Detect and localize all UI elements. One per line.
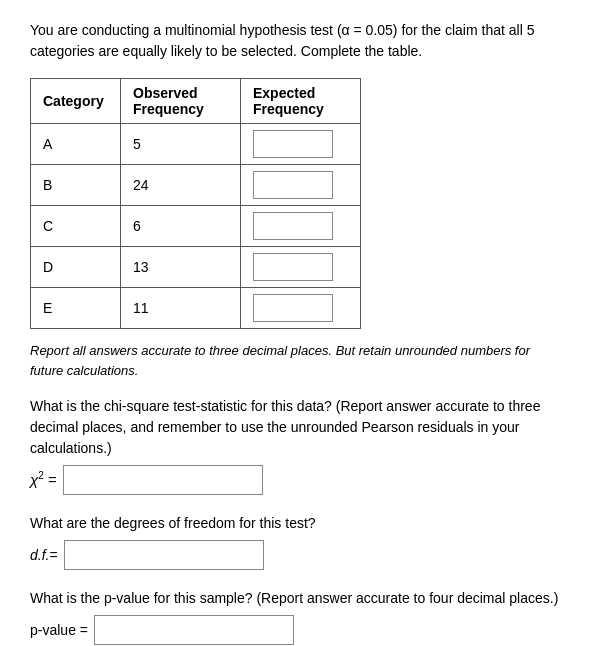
expected-input[interactable]	[253, 212, 333, 240]
chi-square-label: χ2 =	[30, 468, 57, 492]
df-question-text: What are the degrees of freedom for this…	[30, 513, 562, 534]
expected-input[interactable]	[253, 171, 333, 199]
chi-square-input[interactable]	[63, 465, 263, 495]
frequency-table: Category Observed Frequency Expected Fre…	[30, 78, 361, 329]
table-row: A5	[31, 124, 361, 165]
table-row: E11	[31, 288, 361, 329]
chi-square-question-text: What is the chi-square test-statistic fo…	[30, 396, 562, 459]
observed-cell: 13	[121, 247, 241, 288]
accuracy-note: Report all answers accurate to three dec…	[30, 341, 562, 380]
df-question: What are the degrees of freedom for this…	[30, 513, 562, 570]
expected-input[interactable]	[253, 294, 333, 322]
table-row: D13	[31, 247, 361, 288]
observed-cell: 24	[121, 165, 241, 206]
intro-text: You are conducting a multinomial hypothe…	[30, 20, 562, 62]
table-row: B24	[31, 165, 361, 206]
df-label: d.f.=	[30, 545, 58, 566]
category-cell: D	[31, 247, 121, 288]
pvalue-label: p-value =	[30, 620, 88, 641]
observed-cell: 11	[121, 288, 241, 329]
category-cell: C	[31, 206, 121, 247]
table-row: C6	[31, 206, 361, 247]
expected-cell[interactable]	[241, 165, 361, 206]
category-cell: E	[31, 288, 121, 329]
expected-cell[interactable]	[241, 124, 361, 165]
expected-input[interactable]	[253, 253, 333, 281]
pvalue-question: What is the p-value for this sample? (Re…	[30, 588, 562, 645]
pvalue-question-text: What is the p-value for this sample? (Re…	[30, 588, 562, 609]
expected-cell[interactable]	[241, 247, 361, 288]
observed-cell: 5	[121, 124, 241, 165]
expected-input[interactable]	[253, 130, 333, 158]
expected-cell[interactable]	[241, 206, 361, 247]
col-header-observed: Observed Frequency	[121, 79, 241, 124]
chi-square-question: What is the chi-square test-statistic fo…	[30, 396, 562, 495]
pvalue-input[interactable]	[94, 615, 294, 645]
expected-cell[interactable]	[241, 288, 361, 329]
category-cell: B	[31, 165, 121, 206]
observed-cell: 6	[121, 206, 241, 247]
df-input[interactable]	[64, 540, 264, 570]
category-cell: A	[31, 124, 121, 165]
col-header-expected: Expected Frequency	[241, 79, 361, 124]
col-header-category: Category	[31, 79, 121, 124]
